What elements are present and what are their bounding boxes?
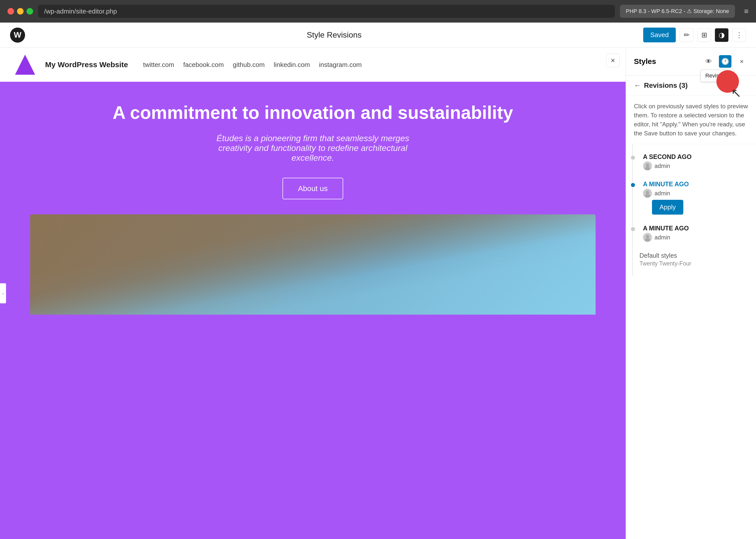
sidebar-header: Styles 👁 🕐 Revisions ↖ × [626, 48, 756, 75]
revision-item-2[interactable]: A MINUTE AGO admin Apply [626, 176, 756, 220]
browser-status-text: PHP 8.3 - WP 6.5-RC2 - ⚠ Storage: None [626, 8, 729, 15]
history-icon-btn[interactable]: 🕐 Revisions ↖ [719, 55, 731, 68]
revision-1-author: admin [654, 163, 670, 170]
svg-point-3 [645, 194, 650, 197]
toolbar-title: Style Revisions [31, 30, 637, 39]
site-header: My WordPress Website twitter.com faceboo… [0, 48, 626, 82]
svg-point-2 [646, 191, 649, 194]
browser-menu-icon[interactable]: ≡ [744, 7, 748, 16]
site-name: My WordPress Website [45, 60, 128, 69]
nav-linkedin[interactable]: linkedin.com [274, 61, 310, 69]
default-styles-subtitle: Twenty Twenty-Four [640, 260, 748, 267]
default-styles-title: Default styles [640, 252, 748, 259]
wp-main: My WordPress Website twitter.com faceboo… [0, 48, 756, 539]
close-icon: × [611, 56, 615, 65]
nav-github[interactable]: github.com [233, 61, 265, 69]
resize-handle[interactable]: ‹ [0, 283, 6, 303]
maximize-traffic-light[interactable] [27, 8, 33, 15]
revision-3-avatar [643, 233, 652, 242]
address-text: /wp-admin/site-editor.php [44, 8, 117, 15]
browser-chrome: /wp-admin/site-editor.php PHP 8.3 - WP 6… [0, 0, 756, 23]
svg-point-5 [645, 238, 650, 242]
saved-button[interactable]: Saved [643, 28, 676, 42]
revision-2-author-row: admin [643, 189, 748, 198]
browser-status: PHP 8.3 - WP 6.5-RC2 - ⚠ Storage: None [620, 5, 735, 18]
traffic-lights [8, 8, 33, 15]
revisions-panel: ← Revisions (3) Click on previously save… [626, 75, 756, 539]
sidebar-title: Styles [634, 57, 698, 66]
revisions-description: Click on previously saved styles to prev… [626, 96, 756, 144]
right-sidebar: Styles 👁 🕐 Revisions ↖ × [626, 48, 756, 539]
revision-2-avatar [643, 189, 652, 198]
contrast-icon-btn[interactable]: ◑ [715, 28, 728, 42]
toolbar-right: Saved ✏ ⊞ ◑ ⋮ [643, 28, 746, 42]
hero-image [30, 214, 596, 315]
hero-title: A commitment to innovation and sustainab… [15, 102, 611, 123]
style-icon-btn[interactable]: ✏ [680, 28, 693, 42]
revision-1-author-row: admin [643, 161, 748, 171]
back-arrow-icon[interactable]: ← [634, 81, 641, 90]
revision-item-1[interactable]: A SECOND AGO admin [626, 148, 756, 176]
minimize-traffic-light[interactable] [17, 8, 24, 15]
default-styles-item[interactable]: Default styles Twenty Twenty-Four [626, 247, 756, 272]
revisions-title: Revisions (3) [644, 81, 688, 90]
revision-3-time: A MINUTE AGO [643, 225, 748, 232]
svg-point-0 [646, 163, 649, 167]
revision-1-time: A SECOND AGO [643, 153, 748, 160]
nav-facebook[interactable]: facebook.com [183, 61, 224, 69]
revision-list: A SECOND AGO admin A MINUTE [626, 144, 756, 276]
more-options-btn[interactable]: ⋮ [732, 28, 746, 42]
cursor-arrow: ↖ [731, 86, 741, 100]
wp-logo-text: W [14, 30, 21, 39]
nav-instagram[interactable]: instagram.com [319, 61, 362, 69]
revision-3-author-row: admin [643, 233, 748, 242]
site-nav: twitter.com facebook.com github.com link… [143, 61, 362, 69]
revision-3-author: admin [654, 234, 670, 241]
apply-button[interactable]: Apply [652, 200, 683, 215]
revision-item-3[interactable]: A MINUTE AGO admin [626, 220, 756, 247]
canvas-area: My WordPress Website twitter.com faceboo… [0, 48, 626, 539]
hero-image-inner [30, 214, 596, 315]
close-sidebar-btn[interactable]: × [735, 55, 748, 68]
site-preview: My WordPress Website twitter.com faceboo… [0, 48, 626, 539]
svg-point-4 [646, 235, 649, 238]
revision-2-author: admin [654, 190, 670, 197]
hero-subtitle: Études is a pioneering firm that seamles… [200, 133, 426, 163]
layout-icon-btn[interactable]: ⊞ [697, 28, 711, 42]
about-us-button[interactable]: About us [282, 178, 343, 199]
revision-2-content: A MINUTE AGO admin Apply [634, 181, 748, 215]
address-bar[interactable]: /wp-admin/site-editor.php [38, 5, 615, 18]
close-traffic-light[interactable] [8, 8, 14, 15]
revision-1-avatar [643, 161, 652, 171]
wp-logo[interactable]: W [10, 28, 25, 42]
site-logo [15, 55, 35, 75]
revision-3-content: A MINUTE AGO admin [634, 225, 748, 242]
hero-section: A commitment to innovation and sustainab… [0, 82, 626, 214]
eye-icon-btn[interactable]: 👁 [702, 55, 715, 68]
revision-2-time: A MINUTE AGO [643, 181, 748, 188]
revision-1-content: A SECOND AGO admin [634, 153, 748, 171]
close-preview-btn[interactable]: × [606, 54, 620, 67]
nav-twitter[interactable]: twitter.com [143, 61, 174, 69]
svg-point-1 [645, 167, 650, 170]
wp-toolbar: W Style Revisions Saved ✏ ⊞ ◑ ⋮ [0, 23, 756, 48]
wp-layout: W Style Revisions Saved ✏ ⊞ ◑ ⋮ My WordP… [0, 23, 756, 539]
cursor-overlay: ↖ [717, 70, 739, 93]
